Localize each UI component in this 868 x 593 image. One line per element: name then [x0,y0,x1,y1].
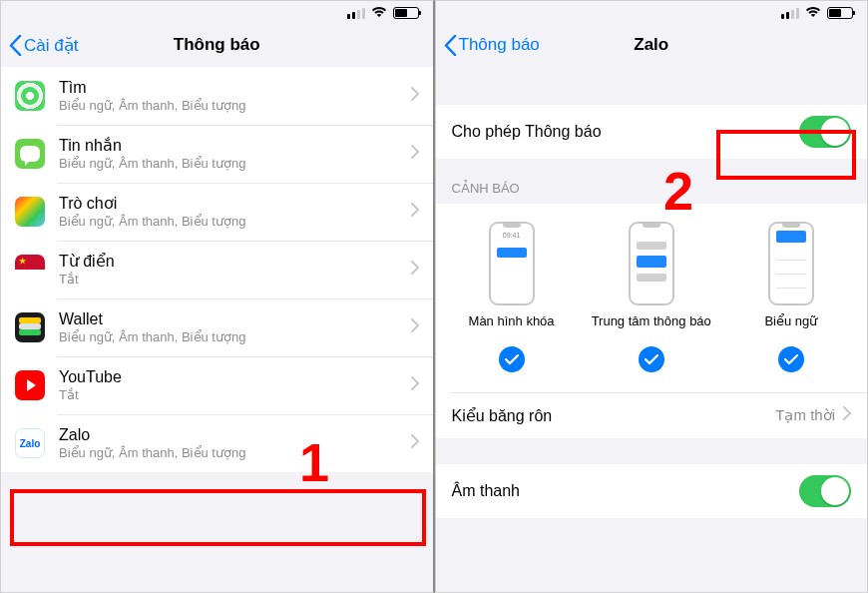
signal-icon [781,8,799,19]
app-title: Trò chơi [59,194,411,214]
chevron-right-icon [411,203,419,221]
alerts-section: 09:41 Màn hình khóa Trung tâm thông báo [436,204,868,438]
lockscreen-preview-icon: 09:41 [489,222,535,305]
app-row-games[interactable]: Trò chơi Biểu ngữ, Âm thanh, Biểu tượng [1,183,433,241]
chevron-right-icon [411,87,419,105]
app-list: Tìm Biểu ngữ, Âm thanh, Biểu tượng Tin n… [1,67,433,472]
banner-style-label: Kiểu băng rôn [452,406,776,425]
back-button[interactable]: Cài đặt [9,35,78,56]
wifi-icon [805,6,821,21]
alert-option-lockscreen[interactable]: 09:41 Màn hình khóa [447,222,577,328]
app-row-zalo[interactable]: Zalo Zalo Biểu ngữ, Âm thanh, Biểu tượng [1,414,433,472]
chevron-right-icon [843,406,851,424]
check-lockscreen[interactable] [499,346,525,372]
back-label: Cài đặt [24,35,78,56]
zalo-notification-settings-screen: Thông báo Zalo Cho phép Thông báo CẢNH B… [435,0,869,593]
wifi-icon [371,6,387,21]
app-subtitle: Biểu ngữ, Âm thanh, Biểu tượng [59,445,411,461]
chevron-right-icon [411,318,419,336]
messages-icon [15,139,45,169]
back-label: Thông báo [459,35,540,55]
chevron-right-icon [411,434,419,452]
zalo-icon: Zalo [15,428,45,458]
sound-row: Âm thanh [436,464,868,518]
app-subtitle: Biểu ngữ, Âm thanh, Biểu tượng [59,156,411,172]
game-center-icon [15,197,45,227]
chevron-right-icon [411,261,419,279]
sound-label: Âm thanh [452,482,800,500]
status-bar [1,1,433,23]
nav-bar: Cài đặt Thông báo [1,23,433,67]
section-header-alerts: CẢNH BÁO [436,159,868,204]
chevron-right-icon [411,376,419,394]
allow-notifications-toggle[interactable] [799,116,851,148]
check-notification-center[interactable] [639,346,664,372]
banner-style-row[interactable]: Kiểu băng rôn Tạm thời [436,392,868,438]
battery-icon [827,7,853,19]
dictionary-icon: ★ [15,255,45,285]
alert-option-label: Màn hình khóa [469,313,555,328]
battery-icon [393,7,419,19]
app-title: Zalo [59,425,411,445]
allow-notifications-label: Cho phép Thông báo [452,123,800,141]
wallet-icon [15,312,45,342]
back-button[interactable]: Thông báo [444,35,540,56]
alert-option-banner[interactable]: Biểu ngữ [726,222,856,328]
app-row-messages[interactable]: Tin nhắn Biểu ngữ, Âm thanh, Biểu tượng [1,125,433,183]
app-row-find[interactable]: Tìm Biểu ngữ, Âm thanh, Biểu tượng [1,67,433,125]
youtube-icon [15,370,45,400]
alert-option-notification-center[interactable]: Trung tâm thông báo [587,222,716,328]
banner-preview-icon [768,222,814,305]
check-banner[interactable] [778,346,804,372]
sound-toggle[interactable] [799,475,851,507]
app-subtitle: Biểu ngữ, Âm thanh, Biểu tượng [59,214,411,230]
find-icon [15,81,45,111]
app-title: Wallet [59,309,411,329]
notification-center-preview-icon [629,222,674,305]
app-row-dictionary[interactable]: ★ Từ điển Tắt [1,241,433,298]
status-bar [436,1,868,23]
app-subtitle: Tắt [59,272,411,288]
chevron-right-icon [411,145,419,163]
app-subtitle: Tắt [59,387,411,403]
signal-icon [347,8,365,19]
app-title: YouTube [59,367,411,387]
allow-notifications-row: Cho phép Thông báo [436,105,868,159]
alert-option-label: Trung tâm thông báo [592,313,711,328]
nav-bar: Thông báo Zalo [436,23,868,67]
app-title: Từ điển [59,252,411,272]
app-subtitle: Biểu ngữ, Âm thanh, Biểu tượng [59,98,411,114]
alert-option-label: Biểu ngữ [764,313,817,328]
app-subtitle: Biểu ngữ, Âm thanh, Biểu tượng [59,329,411,345]
app-title: Tìm [59,78,411,98]
banner-style-value: Tạm thời [775,406,835,424]
app-title: Tin nhắn [59,136,411,156]
app-row-wallet[interactable]: Wallet Biểu ngữ, Âm thanh, Biểu tượng [1,298,433,356]
app-row-youtube[interactable]: YouTube Tắt [1,356,433,414]
notifications-list-screen: Cài đặt Thông báo Tìm Biểu ngữ, Âm thanh… [0,0,435,593]
